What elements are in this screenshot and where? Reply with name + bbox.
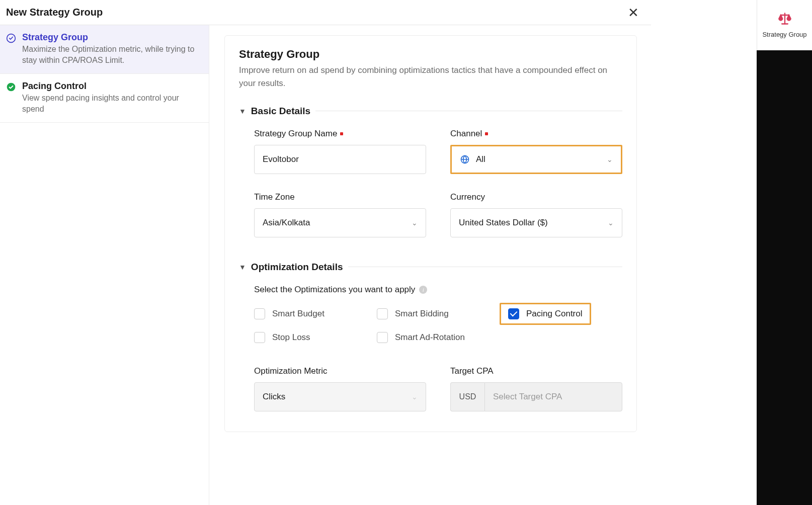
checkbox-smart-ad-rotation[interactable]: Smart Ad-Rotation bbox=[377, 332, 500, 343]
chevron-down-icon: ⌄ bbox=[412, 219, 418, 227]
checkbox-smart-budget[interactable]: Smart Budget bbox=[254, 308, 377, 319]
checkbox-stop-loss[interactable]: Stop Loss bbox=[254, 332, 377, 343]
field-label: Optimization Metric bbox=[254, 366, 426, 376]
section-rule bbox=[315, 111, 622, 111]
right-rail: Strategy Group bbox=[757, 0, 812, 505]
close-icon: ✕ bbox=[628, 5, 639, 20]
checkbox-icon bbox=[254, 308, 265, 319]
checkbox-smart-bidding[interactable]: Smart Bidding bbox=[377, 308, 500, 319]
required-indicator bbox=[485, 132, 488, 135]
step-desc: View spend pacing insights and control y… bbox=[22, 93, 200, 115]
field-optimization-metric: Optimization Metric Clicks ⌄ bbox=[254, 366, 426, 411]
checkbox-icon bbox=[254, 332, 265, 343]
field-currency: Currency United States Dollar ($) ⌄ bbox=[450, 192, 622, 237]
step-strategy-group[interactable]: Strategy Group Maximize the Optimization… bbox=[0, 25, 209, 74]
required-indicator bbox=[340, 132, 343, 135]
modal-header: New Strategy Group ✕ bbox=[0, 0, 651, 25]
strategy-group-name-input[interactable]: Evoltobor bbox=[254, 145, 426, 174]
scales-icon bbox=[778, 12, 792, 28]
chevron-down-icon: ⌄ bbox=[412, 393, 418, 401]
chevron-down-icon: ⌄ bbox=[608, 219, 614, 227]
checkbox-pacing-control[interactable]: Pacing Control bbox=[508, 308, 583, 319]
cpa-currency-prefix: USD bbox=[450, 382, 484, 411]
step-complete-icon bbox=[6, 82, 16, 115]
right-rail-item-strategy-group[interactable]: Strategy Group bbox=[757, 0, 812, 50]
info-icon[interactable]: i bbox=[419, 286, 427, 294]
target-cpa-input[interactable]: Select Target CPA bbox=[484, 382, 622, 411]
step-title: Strategy Group bbox=[22, 32, 200, 43]
section-title: Basic Details bbox=[251, 106, 310, 117]
optimization-prompt: Select the Optimizations you want to app… bbox=[239, 285, 622, 295]
collapse-caret-icon: ▼ bbox=[239, 263, 246, 271]
step-desc: Maximize the Optimization metric, while … bbox=[22, 44, 200, 66]
section-basic-details[interactable]: ▼ Basic Details bbox=[239, 106, 622, 117]
section-rule bbox=[348, 267, 623, 267]
form-title: Strategy Group bbox=[239, 48, 622, 61]
right-rail-label: Strategy Group bbox=[762, 31, 806, 39]
checkbox-checked-icon bbox=[508, 308, 519, 319]
field-label: Currency bbox=[450, 192, 622, 202]
form-card: Strategy Group Improve return on ad spen… bbox=[224, 35, 637, 432]
collapse-caret-icon: ▼ bbox=[239, 107, 246, 115]
close-button[interactable]: ✕ bbox=[626, 4, 641, 21]
field-label: Channel bbox=[450, 129, 622, 139]
field-label: Time Zone bbox=[254, 192, 426, 202]
chevron-down-icon: ⌄ bbox=[607, 155, 613, 163]
main-panel: Strategy Group Improve return on ad spen… bbox=[209, 25, 651, 505]
checkbox-icon bbox=[377, 332, 388, 343]
timezone-select[interactable]: Asia/Kolkata ⌄ bbox=[254, 208, 426, 237]
field-label: Target CPA bbox=[450, 366, 622, 376]
checkbox-icon bbox=[377, 308, 388, 319]
currency-select[interactable]: United States Dollar ($) ⌄ bbox=[450, 208, 622, 237]
checkbox-pacing-control-highlight: Pacing Control bbox=[500, 303, 591, 325]
field-target-cpa: Target CPA USD Select Target CPA bbox=[450, 366, 622, 411]
section-title: Optimization Details bbox=[251, 262, 343, 273]
field-channel: Channel All bbox=[450, 129, 622, 174]
field-strategy-group-name: Strategy Group Name Evoltobor bbox=[254, 129, 426, 174]
field-timezone: Time Zone Asia/Kolkata ⌄ bbox=[254, 192, 426, 237]
step-pacing-control[interactable]: Pacing Control View spend pacing insight… bbox=[0, 74, 209, 123]
optimization-metric-select[interactable]: Clicks ⌄ bbox=[254, 382, 426, 411]
step-active-icon bbox=[6, 33, 16, 66]
field-label: Strategy Group Name bbox=[254, 129, 426, 139]
step-title: Pacing Control bbox=[22, 81, 200, 92]
section-optimization-details[interactable]: ▼ Optimization Details bbox=[239, 262, 622, 273]
channel-select[interactable]: All ⌄ bbox=[450, 145, 622, 174]
page-title: New Strategy Group bbox=[6, 7, 103, 18]
steps-sidebar: Strategy Group Maximize the Optimization… bbox=[0, 25, 209, 505]
globe-icon bbox=[460, 154, 470, 164]
form-subtitle: Improve return on ad spend by combining … bbox=[239, 64, 622, 91]
